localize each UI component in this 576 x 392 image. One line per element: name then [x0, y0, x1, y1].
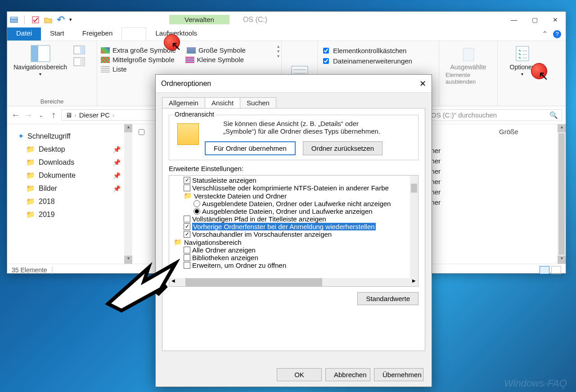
search-icon[interactable]: 🔍	[549, 111, 558, 119]
tab-general[interactable]: Allgemein	[162, 97, 205, 108]
folder-icon: 📁	[26, 158, 35, 167]
contextual-tab-manage[interactable]: Verwalten	[169, 15, 230, 24]
collapse-ribbon-icon[interactable]: ⌃	[542, 30, 548, 38]
reset-folders-button[interactable]: Ordner zurücksetzen	[303, 141, 382, 155]
apply-button[interactable]: Übernehmen	[374, 368, 423, 381]
qat-dropdown-icon[interactable]: ▾	[69, 17, 72, 23]
restore-defaults-button[interactable]: Standardwerte	[357, 292, 418, 305]
checkbox[interactable]	[184, 254, 190, 261]
tree-item[interactable]: Vorherige Ordnerfenster bei der Anmeldun…	[171, 223, 407, 230]
tree-item[interactable]: Alle Ordner anzeigen	[171, 246, 407, 254]
properties-icon[interactable]	[32, 16, 40, 24]
panes-group-label: Bereiche	[7, 98, 97, 105]
search-placeholder: OS (C:)" durchsuchen	[431, 111, 549, 119]
tree-item[interactable]: Erweitern, um Ordner zu öffnen	[171, 261, 407, 269]
tree-vscroll[interactable]	[410, 176, 418, 278]
sidebar-item[interactable]: 📁 Dokumente📌	[18, 169, 121, 182]
svg-rect-1	[10, 17, 18, 19]
layout-sm-label: Kleine Symbole	[197, 56, 244, 63]
layout-gallery[interactable]: Extra große Symbole Große Symbole Mittel…	[101, 43, 267, 73]
tree-item[interactable]: Statusleiste anzeigen	[171, 176, 407, 184]
maximize-button[interactable]: ▢	[524, 13, 545, 27]
gallery-up-icon[interactable]: ▴	[277, 44, 279, 49]
checkbox[interactable]	[184, 247, 190, 253]
folder-icon: 📁	[26, 184, 35, 193]
cancel-button[interactable]: Abbrechen	[325, 368, 370, 381]
tree-item[interactable]: Bibliotheken anzeigen	[171, 254, 407, 261]
tree-item[interactable]: Vollständigen Pfad in der Titelleiste an…	[171, 215, 407, 223]
menu-bar: Datei Start Freigeben Ansicht Laufwerkto…	[7, 27, 566, 41]
back-button[interactable]: ←	[11, 110, 21, 120]
tree-item[interactable]: 📁Versteckte Dateien und Ordner	[171, 192, 407, 200]
layout-sm-icon	[185, 57, 194, 63]
help-icon[interactable]: ?	[553, 30, 561, 38]
group-legend: Ordneransicht	[173, 111, 216, 118]
new-folder-icon[interactable]	[44, 16, 52, 24]
sidebar-item[interactable]: 📁 Downloads📌	[18, 156, 121, 169]
main-scrollbar[interactable]: ▴▾	[558, 124, 566, 264]
tree-item[interactable]: Ausgeblendete Dateien, Ordner und Laufwe…	[171, 207, 407, 215]
dialog-close-button[interactable]: ✕	[419, 79, 426, 89]
tree-hscroll[interactable]: ◀▶	[169, 278, 418, 286]
checkbox[interactable]	[184, 223, 190, 230]
sidebar-scrollbar[interactable]: ▴▾	[124, 124, 132, 264]
gallery-down-icon[interactable]: ▾	[277, 49, 279, 54]
menu-start[interactable]: Start	[41, 27, 73, 41]
minimize-button[interactable]: —	[504, 13, 524, 27]
history-dropdown[interactable]: ⌄	[36, 112, 46, 118]
tab-view[interactable]: Ansicht	[205, 97, 240, 108]
advanced-settings-label: Erweiterte Einstellungen:	[169, 165, 418, 172]
item-checkboxes-toggle[interactable]	[323, 48, 329, 54]
column-size[interactable]: Größe	[499, 128, 558, 136]
hide-selected-button[interactable]: Ausgewählte Elemente ausblenden	[443, 43, 494, 87]
folder-icon: 📁	[26, 145, 35, 153]
quick-access[interactable]: ✦Schnellzugriff	[18, 130, 121, 143]
checkbox[interactable]	[184, 177, 190, 184]
sidebar-item[interactable]: 📁 Desktop📌	[18, 143, 121, 156]
forward-button[interactable]: →	[23, 110, 33, 120]
layout-xl-icon	[101, 47, 110, 54]
quick-access-toolbar: │ ↶ ▾	[7, 16, 75, 24]
sidebar-item[interactable]: 📁 2018	[18, 195, 121, 208]
menu-file[interactable]: Datei	[7, 27, 41, 41]
radio[interactable]	[194, 208, 200, 215]
close-button[interactable]: ✕	[545, 13, 566, 27]
tree-item-label: Navigationsbereich	[184, 239, 242, 246]
select-all-checkbox[interactable]	[139, 129, 144, 135]
radio[interactable]	[194, 200, 200, 207]
tree-item[interactable]: Verschlüsselte oder komprimierte NTFS-Da…	[171, 184, 407, 192]
tree-item-label: Statusleiste anzeigen	[192, 176, 256, 184]
folder-options-dialog: Ordneroptionen ✕ Allgemein Ansicht Suche…	[155, 74, 432, 387]
undo-icon[interactable]: ↶	[57, 16, 65, 24]
search-box[interactable]: OS (C:)" durchsuchen 🔍	[427, 109, 562, 121]
ok-button[interactable]: OK	[277, 368, 322, 381]
view-icons-button[interactable]	[551, 266, 561, 274]
tree-item-label: Vollständigen Pfad in der Titelleiste an…	[192, 215, 326, 223]
checkbox[interactable]	[184, 185, 190, 191]
gallery-more-icon[interactable]: ▾	[277, 54, 279, 59]
tree-item[interactable]: 📁Navigationsbereich	[171, 238, 407, 246]
crumb-pc[interactable]: Dieser PC	[79, 111, 110, 119]
cursor-icon: ↖	[538, 68, 549, 83]
menu-view[interactable]: Ansicht	[122, 27, 146, 41]
sidebar-item[interactable]: 📁 2019	[18, 208, 121, 221]
menu-share[interactable]: Freigeben	[73, 27, 122, 41]
tree-item[interactable]: Ausgeblendete Dateien, Ordner oder Laufw…	[171, 200, 407, 207]
checkbox[interactable]	[184, 231, 190, 238]
tab-search[interactable]: Suchen	[240, 97, 276, 108]
navigation-pane-button[interactable]: Navigationsbereich ▾	[11, 43, 70, 78]
svg-rect-4	[31, 45, 38, 62]
pc-icon: 🖥	[65, 111, 72, 119]
file-extensions-toggle[interactable]	[323, 58, 329, 64]
apply-to-folders-button[interactable]: Für Ordner übernehmen	[205, 141, 296, 155]
view-details-button[interactable]	[540, 266, 549, 274]
tree-item[interactable]: Vorschauhandler im Vorschaufenster anzei…	[171, 230, 407, 238]
sidebar-item[interactable]: 📁 Bilder📌	[18, 182, 121, 195]
details-pane-icon[interactable]	[73, 57, 85, 66]
checkbox[interactable]	[184, 262, 190, 269]
preview-pane-icon[interactable]	[73, 45, 85, 54]
advanced-settings-tree[interactable]: Statusleiste anzeigenVerschlüsselte oder…	[169, 175, 418, 287]
checkbox[interactable]	[184, 216, 190, 222]
up-button[interactable]: ↑	[49, 110, 58, 120]
svg-rect-6	[80, 46, 85, 54]
